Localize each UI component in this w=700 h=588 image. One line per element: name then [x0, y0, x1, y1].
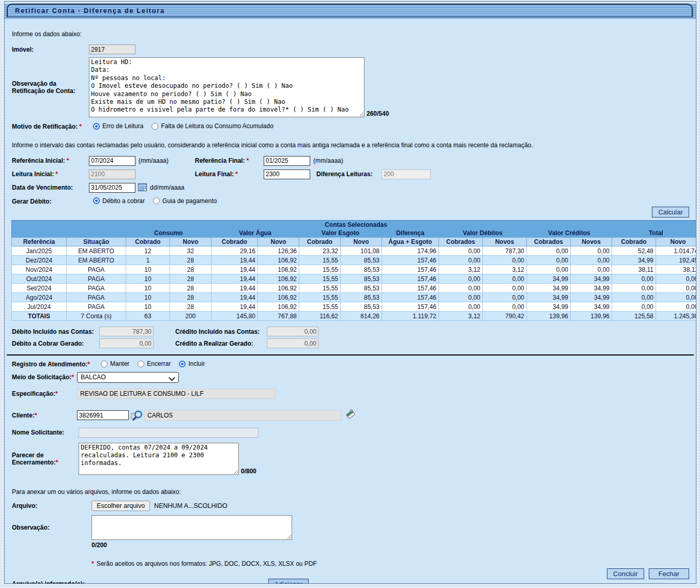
- table-cell: 0,00: [439, 246, 483, 256]
- radio-option[interactable]: Erro de Leitura: [93, 122, 143, 130]
- table-cell: 28: [170, 302, 211, 312]
- table-cell: 116,62: [299, 312, 341, 321]
- radio-option[interactable]: Manter: [101, 360, 129, 367]
- table-cell: 1.119,72: [382, 312, 439, 321]
- table-cell: 38,11: [656, 265, 697, 274]
- radio-option[interactable]: Falta de Leitura ou Consumo Acumulado: [151, 122, 273, 130]
- table-cell: 85,53: [341, 256, 382, 265]
- radio-option[interactable]: Incluir: [179, 360, 205, 367]
- leitura-row: Leitura Inicial:* Leitura Final:* Difere…: [5, 169, 696, 179]
- leitura-inicial-field: [89, 169, 135, 179]
- table-row: Dez/2024EM ABERTO12819,44106,9215,5585,5…: [12, 256, 697, 265]
- eraser-icon[interactable]: [345, 409, 356, 421]
- col-agua-cobrado: Cobrado: [211, 238, 258, 246]
- fechar-button[interactable]: Fechar: [649, 568, 689, 579]
- table-cell: Jan/2025: [12, 246, 67, 256]
- table-cell: 28: [170, 274, 211, 284]
- observacao-textarea[interactable]: Leitura HD: Data: Nº pessoas no local: O…: [89, 57, 364, 117]
- arquivos-informados-row: Arquivo(s) informado(s): Adicionar: [5, 579, 696, 584]
- adicionar-button[interactable]: Adicionar: [268, 579, 309, 584]
- group-diferenca: Diferença: [382, 229, 439, 238]
- table-cell: 10: [126, 293, 170, 302]
- observacao-label: Observação da Retificação de Conta:: [12, 80, 89, 95]
- col-esgoto-novo: Novo: [341, 238, 382, 246]
- table-cell: 85,53: [341, 302, 382, 312]
- search-icon[interactable]: [131, 410, 143, 423]
- table-cell: 0,00: [612, 293, 656, 302]
- radio-icon[interactable]: [151, 123, 158, 130]
- gerar-debito-label: Gerar Débito:: [12, 198, 93, 205]
- radio-icon[interactable]: [93, 197, 100, 204]
- col-agua-novo: Novo: [258, 238, 299, 246]
- meio-solicitacao-label: Meio de Solicitação:*: [12, 374, 77, 381]
- table-cell: 34,99: [527, 302, 571, 312]
- table-cell: Out/2024: [12, 274, 67, 284]
- intro-row: Informe os dados abaixo:: [5, 30, 696, 38]
- table-cell: 52,48: [612, 246, 656, 256]
- data-vencimento-hint: dd/mm/aaaa: [150, 184, 185, 191]
- page-title: Retificar Conta - Diferença de Leitura: [15, 7, 165, 14]
- table-cell: 15,55: [299, 274, 341, 284]
- radio-icon[interactable]: [179, 361, 186, 367]
- table-cell: 29,16: [211, 246, 258, 256]
- registro-radio-group: ManterEncerrarIncluir: [101, 360, 213, 369]
- radio-icon[interactable]: [153, 197, 160, 204]
- table-cell: 19,44: [211, 293, 258, 302]
- radio-option[interactable]: Encerrar: [138, 360, 171, 367]
- calendar-icon[interactable]: [138, 183, 147, 193]
- table-cell: 157,46: [382, 256, 439, 265]
- cliente-label: Cliente:*: [12, 412, 77, 419]
- parecer-textarea[interactable]: DEFERIDO, contas 07/2024 a 09/2024 recal…: [79, 443, 239, 475]
- table-cell: 15,55: [299, 265, 341, 274]
- nome-solicitante-row: Nome Solicitante:: [5, 428, 696, 438]
- referencia-final-input[interactable]: [264, 156, 310, 166]
- table-cell: 34,99: [527, 284, 571, 293]
- table-cell: 10: [126, 302, 170, 312]
- anexo-observacao-textarea[interactable]: [92, 515, 292, 540]
- leitura-final-input[interactable]: [264, 169, 310, 179]
- table-header-row: Referência Situação Cobrado Novo Cobrado…: [12, 238, 697, 246]
- radio-label: Guia de pagamento: [162, 197, 217, 205]
- table-cell: 790,42: [483, 312, 527, 321]
- table-cell: 1: [126, 256, 170, 265]
- table-row: Set/2024PAGA102819,44106,9215,5585,53157…: [12, 284, 697, 293]
- gerar-debito-radio-group: Débito a cobrarGuia de pagamento: [93, 197, 225, 206]
- radio-icon[interactable]: [93, 123, 100, 130]
- col-total-cobrado: Cobrado: [612, 238, 656, 246]
- table-cell: 0,00: [612, 302, 656, 312]
- bottom-buttons: Concluir Fechar: [607, 568, 689, 579]
- table-cell: 15,55: [299, 302, 341, 312]
- cliente-code-input[interactable]: [77, 410, 129, 420]
- table-cell: Ago/2024: [12, 293, 67, 302]
- table-cell: 19,44: [211, 265, 258, 274]
- table-cell: 106,92: [258, 293, 299, 302]
- table-cell: 3,12: [439, 265, 483, 274]
- meio-solicitacao-select[interactable]: BALCAO: [77, 372, 179, 383]
- escolher-arquivo-button[interactable]: Escolher arquivo: [92, 501, 150, 511]
- table-cell: PAGA: [67, 293, 126, 302]
- table-cell: 32: [170, 246, 211, 256]
- table-cell: 0,00: [527, 265, 571, 274]
- radio-label: Débito a cobrar: [102, 197, 145, 205]
- data-vencimento-input[interactable]: [89, 183, 135, 193]
- table-cell: 34,99: [612, 256, 656, 265]
- table-cell: 101,08: [341, 246, 382, 256]
- table-cell: 34,99: [527, 274, 571, 284]
- radio-option[interactable]: Guia de pagamento: [153, 197, 217, 205]
- table-cell: 0,00: [483, 293, 527, 302]
- calcular-button[interactable]: Calcular: [652, 207, 689, 218]
- table-cell: 10: [126, 265, 170, 274]
- table-cell: 139,96: [571, 312, 612, 321]
- radio-option[interactable]: Débito a cobrar: [93, 197, 145, 205]
- table-cell: 19,44: [211, 274, 258, 284]
- chevron-down-icon: [169, 376, 175, 383]
- table-title: Contas Selecionadas: [12, 221, 697, 229]
- formats-note-row: * Serão aceitos os arquivos nos formatos…: [5, 560, 696, 567]
- intervalo-note-row: Informe o intervalo das contas reclamada…: [5, 142, 696, 149]
- contas-table: Contas Selecionadas Consumo Valor Água V…: [11, 220, 696, 321]
- radio-icon[interactable]: [101, 361, 108, 367]
- radio-icon[interactable]: [138, 361, 144, 367]
- nome-solicitante-input[interactable]: [79, 428, 258, 438]
- referencia-inicial-input[interactable]: [89, 156, 135, 166]
- concluir-button[interactable]: Concluir: [607, 568, 644, 579]
